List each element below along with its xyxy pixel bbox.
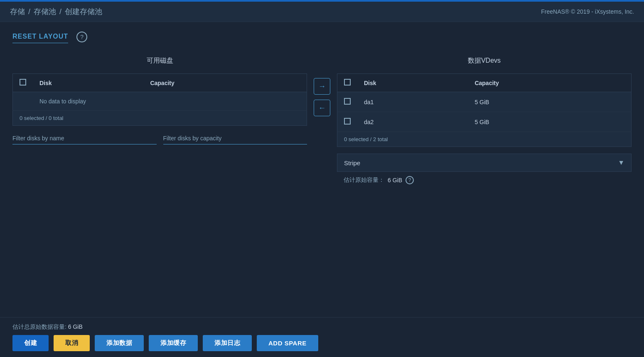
breadcrumb-storage[interactable]: 存储 <box>10 7 25 17</box>
bottom-bar: 估计总原始数据容量: 6 GiB 创建 取消 添加数据 添加缓存 添加日志 AD… <box>0 317 644 357</box>
right-capacity-header: Capacity <box>468 74 631 92</box>
dropdown-arrow-icon: ▼ <box>618 159 624 166</box>
add-spare-button[interactable]: ADD SPARE <box>257 335 318 351</box>
arrow-left-icon: ← <box>318 104 326 112</box>
main-content: RESET LAYOUT ? 可用磁盘 Disk Capacity <box>0 22 644 197</box>
left-disk-header: Disk <box>33 74 143 92</box>
total-capacity-value: 6 GiB <box>68 323 83 330</box>
brand-text: FreeNAS® © 2019 - iXsystems, Inc. <box>541 8 634 15</box>
add-cache-button[interactable]: 添加缓存 <box>149 335 198 351</box>
panels-row: 可用磁盘 Disk Capacity No data to display <box>12 53 632 188</box>
row-checkbox[interactable] <box>344 98 351 105</box>
vdev-config: Stripe ▼ 估计原始容量： 6 GiB ? <box>337 154 632 188</box>
transfer-left-button[interactable]: ← <box>314 100 330 116</box>
add-data-button[interactable]: 添加数据 <box>95 335 144 351</box>
right-disk-header: Disk <box>357 74 468 92</box>
left-panel: 可用磁盘 Disk Capacity No data to display <box>12 53 307 144</box>
transfer-col: → ← <box>307 53 337 116</box>
available-disks-table: Disk Capacity No data to display <box>12 73 307 111</box>
breadcrumb: 存储 / 存储池 / 创建存储池 <box>10 7 102 17</box>
vdev-help-icon[interactable]: ? <box>406 176 414 184</box>
filter-row <box>12 132 307 144</box>
vdev-type-label: Stripe <box>344 159 360 166</box>
transfer-right-button[interactable]: → <box>314 78 330 95</box>
filter-name-input[interactable] <box>12 132 157 144</box>
right-table-footer: 0 selected / 2 total <box>337 132 632 147</box>
right-select-all-header <box>337 74 358 92</box>
left-table-footer: 0 selected / 0 total <box>12 111 307 126</box>
action-row: RESET LAYOUT ? <box>12 30 632 43</box>
vdev-capacity-row: 估计原始容量： 6 GiB ? <box>337 172 632 188</box>
left-no-data-row: No data to display <box>13 92 307 111</box>
table-row: da1 5 GiB <box>337 92 632 112</box>
reset-layout-button[interactable]: RESET LAYOUT <box>12 30 68 43</box>
total-capacity: 估计总原始数据容量: 6 GiB <box>12 323 632 331</box>
bottom-content: 估计总原始数据容量: 6 GiB 创建 取消 添加数据 添加缓存 添加日志 AD… <box>12 323 632 351</box>
right-panel: 数据VDevs Disk Capacity da1 <box>337 53 632 188</box>
cancel-button[interactable]: 取消 <box>54 335 90 351</box>
header: 存储 / 存储池 / 创建存储池 FreeNAS® © 2019 - iXsys… <box>0 2 644 22</box>
disk-capacity-cell: 5 GiB <box>468 92 631 112</box>
breadcrumb-sep1: / <box>28 7 30 16</box>
breadcrumb-pool[interactable]: 存储池 <box>34 7 56 17</box>
vdev-capacity-label: 估计原始容量： <box>344 176 384 184</box>
right-panel-title: 数据VDevs <box>337 53 632 68</box>
disk-name-cell: da1 <box>357 92 468 112</box>
left-select-all-header <box>13 74 33 92</box>
disk-name-cell: da2 <box>357 112 468 132</box>
btn-row: 创建 取消 添加数据 添加缓存 添加日志 ADD SPARE <box>12 335 632 351</box>
disk-capacity-cell: 5 GiB <box>468 112 631 132</box>
right-select-all-checkbox[interactable] <box>344 79 351 86</box>
table-row: da2 5 GiB <box>337 112 632 132</box>
row-checkbox[interactable] <box>344 118 351 125</box>
left-capacity-header: Capacity <box>143 74 307 92</box>
vdev-capacity-value: 6 GiB <box>388 177 402 183</box>
help-icon[interactable]: ? <box>76 32 87 42</box>
add-log-button[interactable]: 添加日志 <box>203 335 252 351</box>
left-panel-title: 可用磁盘 <box>12 53 307 68</box>
filter-capacity-input[interactable] <box>163 132 307 144</box>
breadcrumb-create: 创建存储池 <box>65 7 102 17</box>
left-no-data-text: No data to display <box>33 92 307 111</box>
total-capacity-label: 估计总原始数据容量: <box>12 323 68 330</box>
breadcrumb-sep2: / <box>59 7 61 16</box>
left-select-all-checkbox[interactable] <box>20 79 26 86</box>
create-button[interactable]: 创建 <box>12 335 49 351</box>
vdev-disks-table: Disk Capacity da1 5 GiB da2 5 GiB <box>337 73 632 132</box>
vdev-type-row[interactable]: Stripe ▼ <box>337 154 632 172</box>
arrow-right-icon: → <box>318 82 326 91</box>
